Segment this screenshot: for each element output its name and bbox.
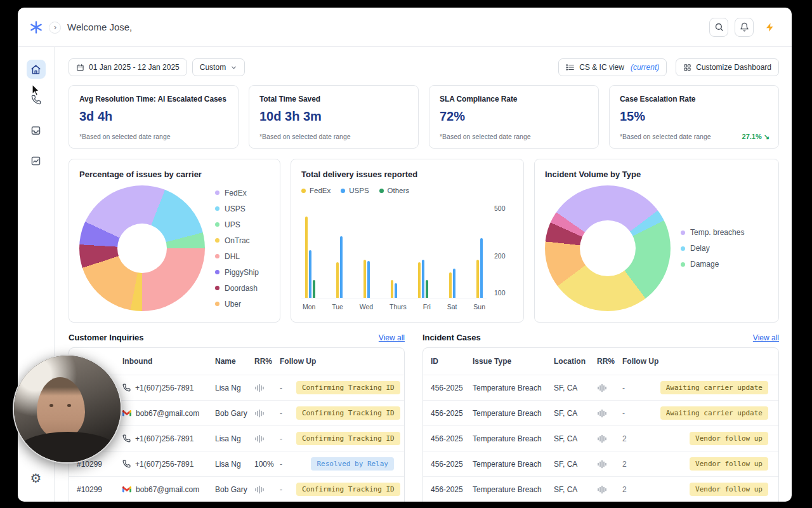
incident-case-row[interactable]: 456-2025Temperature BreachSF, CA2Vendor … — [423, 425, 778, 451]
bar-fedex-tue — [336, 262, 339, 298]
cell-issue-type: Temperature Breach — [473, 384, 554, 392]
sidebar-item-home[interactable] — [27, 60, 46, 79]
kpi-note: *Based on selected date range — [440, 133, 531, 140]
section-title: Customer Inquiries — [69, 333, 143, 342]
cell-id: 456-2025 — [431, 434, 473, 443]
kpi-title: Total Time Saved — [259, 95, 408, 104]
column-header: Follow Up — [622, 357, 771, 366]
column-header: ID — [431, 357, 473, 366]
column-header: Follow Up — [280, 357, 396, 366]
cell-id: 456-2025 — [431, 384, 473, 392]
cell-rr-value: - — [280, 485, 296, 494]
cell-issue-type: Temperature Breach — [473, 460, 554, 469]
cell-inbound: +1(607)256-7891 — [122, 460, 215, 469]
column-header: RR% — [254, 357, 280, 366]
kpi-row: Avg Resolution Time: AI Escalated Cases … — [69, 85, 779, 149]
notifications-button[interactable] — [735, 18, 754, 37]
legend-dot — [681, 231, 685, 235]
column-header: RR% — [597, 357, 622, 366]
customize-dashboard-label: Customize Dashboard — [696, 63, 771, 72]
inbox-icon — [30, 125, 41, 136]
dashboard-toolbar: 01 Jan 2025 - 12 Jan 2025 Custom — [69, 58, 779, 76]
customer-inquiry-row[interactable]: #10299bob67@gmail.comBob Gary-Confirming… — [69, 476, 404, 502]
status-badge: Vendor follow up — [690, 457, 768, 471]
incident-case-row[interactable]: 456-2025Temperature BreachSF, CA-Awaitin… — [423, 400, 778, 425]
search-icon — [714, 22, 724, 32]
kpi-trend-value: 27.1% — [742, 133, 762, 141]
cell-name: Lisa Ng — [215, 384, 254, 392]
bar-group-wed — [363, 260, 370, 298]
incident-case-row[interactable]: 456-2025Temperature BreachSF, CA2Vendor … — [423, 476, 778, 502]
cell-inbound: bob67@gmail.com — [122, 485, 215, 494]
bar-group-sun — [476, 238, 483, 298]
chart-title: Incident Volume by Type — [545, 170, 768, 179]
legend-dot — [215, 286, 219, 290]
bell-icon — [740, 22, 749, 32]
kpi-note: *Based on selected date range — [620, 133, 711, 140]
gear-icon: ⚙ — [30, 472, 42, 485]
waveform-icon — [254, 485, 280, 494]
legend-item: UPS — [215, 220, 259, 229]
app-window: › Welcome Jose, — [18, 8, 792, 502]
welcome-text: Welcome Jose, — [67, 22, 132, 32]
bar-usps-fri — [422, 260, 424, 298]
x-axis: MonTueWedThursFriSatSun — [301, 298, 487, 311]
sidebar-toggle-button[interactable]: › — [49, 22, 61, 34]
legend-dot — [301, 189, 306, 193]
view-selector-button[interactable]: CS & IC view (current) — [558, 58, 667, 76]
search-button[interactable] — [709, 18, 728, 37]
webcam-overlay[interactable] — [13, 354, 122, 464]
list-icon — [566, 64, 575, 71]
y-tick-label: 100 — [494, 289, 506, 297]
incident-case-row[interactable]: 456-2025Temperature BreachSF, CA-Awaitin… — [423, 375, 778, 400]
cell-location: SF, CA — [554, 409, 597, 418]
chart-icon — [30, 156, 41, 166]
date-preset-dropdown[interactable]: Custom — [192, 58, 245, 76]
chart-title: Percentage of issues by carrier — [79, 170, 270, 179]
bar-fedex-fri — [418, 262, 421, 298]
top-bar: › Welcome Jose, — [18, 8, 792, 47]
sidebar-item-inbox[interactable] — [27, 121, 46, 140]
incident-case-row[interactable]: 456-2025Temperature BreachSF, CA2Vendor … — [423, 451, 778, 476]
view-all-incident-cases-link[interactable]: View all — [753, 333, 779, 342]
date-preset-value: Custom — [200, 63, 226, 72]
sidebar-item-analytics[interactable] — [27, 151, 46, 170]
legend-item: USPS — [215, 204, 259, 213]
customer-inquiry-row[interactable]: #10299+1(607)256-7891Lisa Ng100%-Resolve… — [69, 451, 404, 476]
chevron-down-icon — [230, 64, 237, 71]
cell-id: 456-2025 — [431, 409, 473, 418]
cell-rr-value: - — [280, 384, 296, 392]
view-all-customer-inquiries-link[interactable]: View all — [379, 333, 405, 342]
power-ups-button[interactable] — [765, 22, 775, 33]
bar-fedex-sun — [476, 260, 479, 298]
legend-item: Others — [379, 187, 410, 194]
lightning-bolt-icon — [765, 22, 775, 33]
grid-icon — [683, 64, 691, 72]
kpi-value: 3d 4h — [79, 109, 228, 124]
legend-dot — [215, 206, 219, 211]
incident-cases-table: ID Issue Type Location RR% Follow Up 456… — [422, 347, 779, 502]
status-badge: Vendor follow up — [690, 483, 768, 496]
kpi-card-time-saved: Total Time Saved 10d 3h 3m *Based on sel… — [249, 85, 419, 149]
calendar-icon — [76, 64, 84, 72]
cell-response-rate: 100% — [254, 460, 280, 469]
bar-fedex-sat — [449, 272, 452, 298]
charts-row: Percentage of issues by carrier FedEx US… — [69, 159, 779, 323]
cell-issue-type: Temperature Breach — [473, 485, 554, 494]
legend-dot — [215, 222, 219, 227]
status-badge: Confirming Tracking ID — [296, 483, 400, 496]
customize-dashboard-button[interactable]: Customize Dashboard — [676, 58, 779, 76]
cell-name: Bob Gary — [215, 409, 254, 418]
delivery-issues-chart-card: Total delivery issues reported FedEx USP… — [291, 159, 524, 323]
kpi-title: Case Escalation Rate — [620, 95, 768, 104]
date-range-picker[interactable]: 01 Jan 2025 - 12 Jan 2025 — [69, 58, 187, 76]
customer-inquiry-row[interactable]: +1(607)256-7891Lisa Ng-Confirming Tracki… — [69, 425, 404, 451]
table-body: 456-2025Temperature BreachSF, CA-Awaitin… — [423, 375, 778, 502]
cell-rr-value: - — [280, 434, 296, 443]
bar-usps-tue — [340, 236, 343, 298]
column-header: Name — [215, 357, 254, 366]
tables-row: Customer Inquiries View all ID Inbound N… — [69, 333, 779, 502]
kpi-note: *Based on selected date range — [259, 133, 351, 140]
sidebar-item-settings[interactable]: ⚙ — [27, 469, 46, 488]
legend-dot — [681, 262, 685, 267]
